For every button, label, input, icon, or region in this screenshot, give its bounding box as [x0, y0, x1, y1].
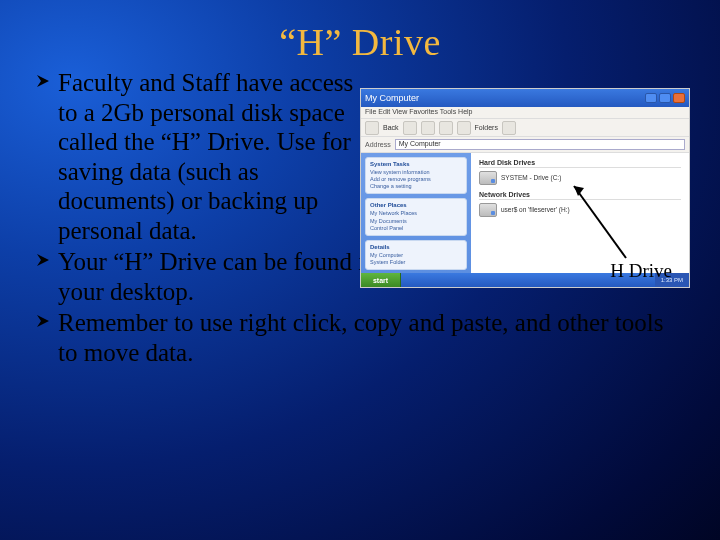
side-group-line: Change a setting	[370, 183, 462, 190]
window-buttons	[645, 93, 685, 103]
section-header: Hard Disk Drives	[479, 159, 681, 168]
toolbar: Back Folders	[361, 119, 689, 137]
menu-bar: File Edit View Favorites Tools Help	[361, 107, 689, 119]
folders-label: Folders	[475, 124, 498, 131]
window-title: My Computer	[365, 93, 645, 103]
up-icon	[421, 121, 435, 135]
side-group-line: My Network Places	[370, 210, 462, 217]
side-group-header: System Tasks	[370, 161, 462, 167]
svg-marker-1	[37, 254, 49, 266]
bullet-arrow-icon	[36, 74, 50, 88]
address-label: Address	[365, 141, 391, 148]
network-drive-icon	[479, 203, 497, 217]
search-icon	[439, 121, 453, 135]
callout-caption: H Drive	[610, 260, 672, 282]
start-button: start	[361, 273, 401, 287]
svg-marker-2	[37, 315, 49, 327]
side-group-line: My Computer	[370, 252, 462, 259]
window-titlebar: My Computer	[361, 89, 689, 107]
side-group-header: Other Places	[370, 202, 462, 208]
slide-title: “H” Drive	[36, 20, 684, 64]
bullet-arrow-icon	[36, 314, 50, 328]
forward-icon	[403, 121, 417, 135]
views-icon	[502, 121, 516, 135]
close-icon	[673, 93, 685, 103]
address-field: My Computer	[395, 139, 685, 150]
side-panel: System Tasks View system information Add…	[361, 153, 471, 287]
side-group: Other Places My Network Places My Docume…	[365, 198, 467, 235]
drive-icon	[479, 171, 497, 185]
folders-icon	[457, 121, 471, 135]
back-label: Back	[383, 124, 399, 131]
side-group-line: View system information	[370, 169, 462, 176]
side-group-line: Add or remove programs	[370, 176, 462, 183]
bullet-text: Remember to use right click, copy and pa…	[58, 308, 684, 367]
callout-arrow-icon	[566, 178, 636, 272]
svg-marker-4	[574, 186, 584, 196]
side-group-header: Details	[370, 244, 462, 250]
svg-marker-0	[37, 75, 49, 87]
bullet-text: Faculty and Staff have access to a 2Gb p…	[58, 68, 368, 245]
side-group-line: System Folder	[370, 259, 462, 266]
drive-label: SYSTEM - Drive (C:)	[501, 174, 561, 181]
side-group: System Tasks View system information Add…	[365, 157, 467, 194]
side-group: Details My Computer System Folder	[365, 240, 467, 270]
side-group-line: My Documents	[370, 218, 462, 225]
slide: “H” Drive Faculty and Staff have access …	[0, 0, 720, 540]
maximize-icon	[659, 93, 671, 103]
bullet-item: Remember to use right click, copy and pa…	[36, 308, 684, 367]
back-icon	[365, 121, 379, 135]
bullet-arrow-icon	[36, 253, 50, 267]
minimize-icon	[645, 93, 657, 103]
side-group-line: Control Panel	[370, 225, 462, 232]
address-bar: Address My Computer	[361, 137, 689, 153]
drive-label: user$ on 'fileserver' (H:)	[501, 206, 570, 213]
mycomputer-screenshot: My Computer File Edit View Favorites Too…	[360, 88, 690, 288]
svg-line-3	[574, 186, 626, 258]
